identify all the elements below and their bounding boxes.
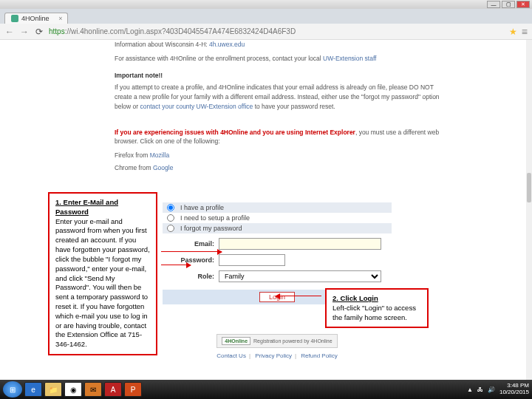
- taskbar-chrome-icon[interactable]: ◉: [64, 382, 82, 397]
- start-button[interactable]: ⊞: [3, 381, 22, 398]
- tab-title: 4HOnline: [21, 15, 50, 22]
- back-button[interactable]: ←: [4, 27, 15, 37]
- link-google[interactable]: Google: [153, 164, 173, 171]
- callout-enter-email: 1. Enter E-Mail and Password Enter your …: [48, 192, 157, 355]
- window-chrome: — ▢ ✕: [0, 0, 532, 9]
- taskbar-explorer-icon[interactable]: 📁: [44, 382, 62, 397]
- forward-button[interactable]: →: [19, 27, 30, 37]
- arrow-to-login: [276, 296, 321, 296]
- link-uw-extension-staff[interactable]: UW-Extension staff: [323, 55, 376, 62]
- tab-close-icon[interactable]: ×: [58, 15, 62, 22]
- taskbar-pdf-icon[interactable]: A: [104, 382, 122, 397]
- address-bar: ← → ⟳ https://wi.4honline.com/Login.aspx…: [0, 24, 532, 40]
- taskbar: ⊞ e 📁 ◉ ✉ A P ▲ 🖧 🔊 3:48 PM 10/20/2015: [0, 380, 532, 399]
- browser-tab[interactable]: 4HOnline ×: [4, 13, 68, 24]
- link-4h-uwex[interactable]: 4h.uwex.edu: [209, 41, 245, 48]
- bookmark-icon[interactable]: ★: [509, 27, 517, 37]
- link-refund[interactable]: Refund Policy: [301, 352, 337, 359]
- arrow-to-password: [161, 265, 191, 265]
- taskbar-outlook-icon[interactable]: ✉: [84, 382, 102, 397]
- url-field[interactable]: https://wi.4honline.com/Login.aspx?403D4…: [49, 27, 505, 35]
- registration-badge: 4HOnline Registration powered by 4HOnlin…: [216, 334, 337, 348]
- radio-have-profile[interactable]: I have a profile: [163, 202, 392, 213]
- vertical-scrollbar[interactable]: [526, 40, 532, 380]
- menu-icon[interactable]: ≡: [522, 26, 528, 38]
- arrow-to-email: [161, 251, 222, 252]
- ie-warning: If you are experiencing issues with 4HOn…: [115, 129, 355, 136]
- minimize-button[interactable]: —: [487, 1, 500, 8]
- taskbar-powerpoint-icon[interactable]: P: [124, 382, 142, 397]
- role-label: Role:: [163, 273, 219, 280]
- password-input[interactable]: [219, 254, 285, 266]
- email-label: Email:: [163, 240, 219, 248]
- favicon-icon: [11, 15, 18, 22]
- link-county-office[interactable]: contact your county UW-Extension office: [140, 103, 253, 110]
- tray-network-icon[interactable]: 🖧: [477, 386, 483, 393]
- link-privacy[interactable]: Privacy Policy: [255, 352, 292, 359]
- browser-tab-bar: 4HOnline ×: [0, 9, 532, 24]
- system-tray[interactable]: ▲ 🖧 🔊 3:48 PM 10/20/2015: [467, 383, 529, 396]
- tray-volume-icon[interactable]: 🔊: [488, 386, 495, 393]
- radio-forgot-password[interactable]: I forgot my password: [163, 223, 392, 233]
- info-text: Information about Wisconsin 4-H: 4h.uwex…: [115, 40, 440, 173]
- clock[interactable]: 3:48 PM 10/20/2015: [499, 383, 529, 396]
- close-button[interactable]: ✕: [516, 1, 530, 8]
- important-note-header: Important note!!: [115, 71, 440, 81]
- role-select[interactable]: Family: [219, 270, 381, 282]
- email-input[interactable]: [219, 238, 381, 250]
- link-contact-us[interactable]: Contact Us: [216, 352, 246, 359]
- page-footer: 4HOnline Registration powered by 4HOnlin…: [115, 334, 440, 359]
- radio-setup-profile[interactable]: I need to setup a profile: [163, 213, 392, 223]
- taskbar-ie-icon[interactable]: e: [24, 382, 42, 397]
- scrollbar-thumb[interactable]: [527, 173, 531, 202]
- tray-flag-icon[interactable]: ▲: [467, 386, 473, 393]
- reload-button[interactable]: ⟳: [34, 27, 44, 37]
- link-mozilla[interactable]: Mozilla: [150, 151, 169, 159]
- maximize-button[interactable]: ▢: [502, 1, 515, 8]
- callout-click-login: 2. Click Login Left-click "Login" to acc…: [325, 288, 429, 328]
